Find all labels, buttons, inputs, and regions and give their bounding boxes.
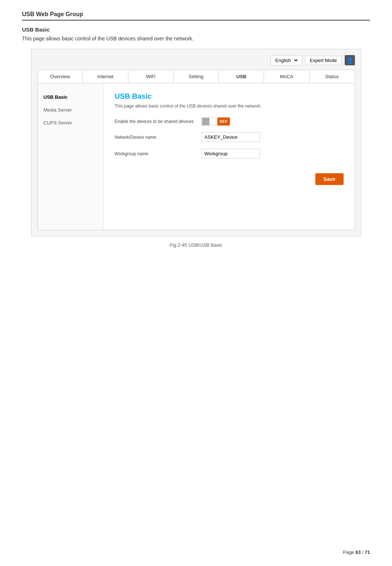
language-dropdown[interactable]: English Chinese — [274, 57, 299, 64]
device-name-label: Netwok/Device name — [115, 135, 195, 140]
panel-title: USB Basic — [115, 92, 344, 101]
user-icon[interactable]: 👤 — [345, 55, 355, 65]
enable-devices-label: Enable the devices to be shared devices — [115, 119, 195, 124]
tab-wifi[interactable]: WiFi — [128, 70, 174, 83]
page-footer: Page 63 / 71 — [343, 549, 370, 555]
screenshot-frame: English Chinese Expert Mode 👤 Overview I… — [31, 49, 361, 236]
footer-separator: / — [361, 549, 365, 555]
sidebar-item-media-server[interactable]: Media Server — [38, 104, 103, 116]
toggle-track[interactable] — [201, 117, 217, 126]
toggle-off-label: OFF — [217, 117, 230, 126]
section-title: USB Basic — [22, 26, 370, 33]
top-bar: English Chinese Expert Mode 👤 — [37, 55, 355, 65]
tab-moca[interactable]: MoCA — [264, 70, 309, 83]
fig-caption: Fig.2-45 USB\USB Basic — [22, 242, 370, 248]
main-panel: USB Basic This page allows basic control… — [104, 83, 355, 230]
content-area: USB Basic Media Server CUPS Server USB B… — [37, 83, 355, 230]
sidebar: USB Basic Media Server CUPS Server — [38, 83, 104, 230]
toggle-thumb — [202, 118, 209, 125]
tab-internet[interactable]: Internet — [83, 70, 128, 83]
enable-devices-row: Enable the devices to be shared devices … — [115, 117, 344, 126]
workgroup-label: Workgroup name — [115, 151, 195, 156]
workgroup-input[interactable] — [201, 149, 260, 159]
save-area: Save — [115, 173, 344, 185]
language-selector[interactable]: English Chinese — [271, 55, 302, 65]
panel-description: This page allows basic control of the US… — [115, 104, 344, 109]
page-group-title: USB Web Page Group — [22, 11, 370, 21]
toggle-container[interactable]: OFF — [201, 117, 230, 126]
sidebar-item-usb-basic[interactable]: USB Basic — [38, 91, 103, 104]
device-name-row: Netwok/Device name — [115, 132, 344, 142]
footer-text: Page — [343, 549, 355, 555]
tab-overview[interactable]: Overview — [38, 70, 83, 83]
section-desc: This page allows basic control of the US… — [22, 36, 370, 41]
workgroup-row: Workgroup name — [115, 149, 344, 159]
tab-usb[interactable]: USB — [219, 70, 264, 83]
footer-current: 63 — [355, 549, 360, 555]
tab-setting[interactable]: Setting — [173, 70, 219, 83]
save-button[interactable]: Save — [315, 173, 344, 185]
sidebar-item-cups-server[interactable]: CUPS Server — [38, 116, 103, 129]
device-name-input[interactable] — [201, 132, 260, 142]
expert-mode-button[interactable]: Expert Mode — [305, 56, 342, 65]
footer-total: 71 — [365, 549, 370, 555]
tab-status[interactable]: Status — [309, 70, 355, 83]
nav-tabs: Overview Internet WiFi Setting USB MoCA … — [37, 70, 355, 83]
